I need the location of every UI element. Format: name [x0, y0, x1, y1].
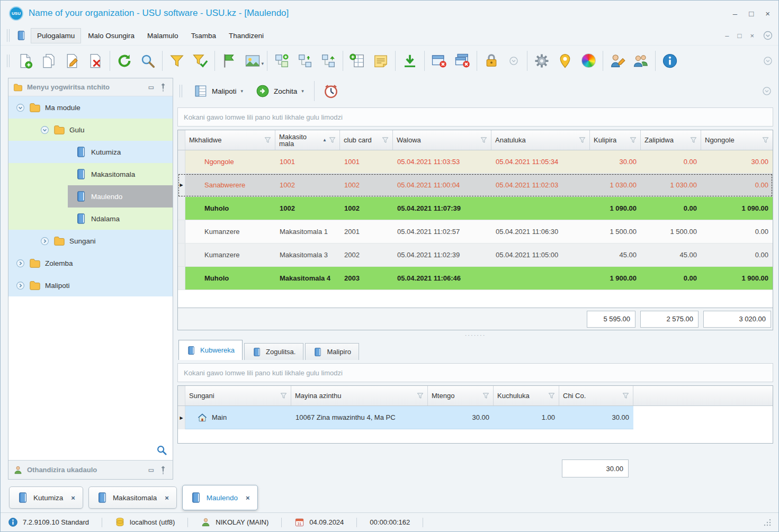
support-panel-header[interactable]: Othandizira ukadaulo ▭ — [8, 460, 173, 479]
expand-groups-button[interactable] — [270, 49, 293, 73]
toolbar-grip[interactable] — [7, 55, 10, 67]
tree-search-icon[interactable] — [156, 444, 167, 456]
menu-pulogalamu[interactable]: Pulogalamu — [31, 28, 81, 43]
tree-item-kutumiza[interactable]: Kutumiza — [8, 141, 173, 163]
menu-malamulo[interactable]: Malamulo — [141, 29, 184, 43]
filter-icon[interactable] — [762, 137, 769, 143]
add-row-button[interactable] — [346, 49, 369, 73]
column-header-chi-co[interactable]: Chi Co. — [559, 386, 633, 405]
resize-grip[interactable] — [764, 519, 771, 526]
column-header-anatuluka[interactable]: Anatuluka — [491, 130, 590, 150]
expand-node-icon[interactable] — [16, 281, 25, 290]
toolbar-group-overflow-icon[interactable] — [508, 56, 519, 66]
filter-icon[interactable] — [622, 392, 629, 399]
collapse-node-icon[interactable] — [40, 125, 49, 134]
flag-button[interactable] — [218, 49, 241, 73]
maximize-button[interactable]: □ — [749, 10, 754, 17]
filter-icon[interactable] — [690, 137, 697, 143]
copy-record-button[interactable] — [37, 49, 60, 73]
colors-button[interactable] — [577, 49, 600, 73]
doc-tab-kutumiza[interactable]: Kutumiza × — [9, 486, 83, 509]
close-all-windows-button[interactable] — [451, 49, 474, 73]
report-toolbar-grip[interactable] — [180, 85, 182, 97]
menubar-overflow-icon[interactable] — [763, 30, 773, 41]
float-panel-icon[interactable]: ▭ — [148, 466, 154, 474]
doc-tab-makasitomala[interactable]: Makasitomala × — [88, 486, 177, 509]
tree-item-sungani[interactable]: Sungani — [8, 230, 173, 252]
filter-icon[interactable] — [630, 137, 637, 143]
pin-icon[interactable] — [158, 83, 168, 92]
menu-malo-osungira[interactable]: Malo Osungira — [82, 29, 140, 43]
detail-tab-malipiro[interactable]: Malipiro — [305, 343, 359, 360]
column-header-kuchuluka[interactable]: Kuchuluka — [494, 386, 559, 405]
close-tab-icon[interactable]: × — [246, 494, 250, 502]
filter-apply-button[interactable] — [189, 49, 212, 73]
mdi-close-icon[interactable]: × — [750, 32, 754, 40]
info-button[interactable] — [658, 49, 682, 73]
menubar-grip[interactable] — [7, 29, 10, 42]
users-button[interactable] — [629, 49, 652, 73]
collapse-all-button[interactable] — [317, 49, 340, 73]
float-panel-icon[interactable]: ▭ — [148, 84, 154, 91]
collapse-branch-button[interactable] — [293, 49, 317, 73]
column-header-mkhalidwe[interactable]: Mkhalidwe — [185, 130, 275, 150]
tree-item-makasitomala[interactable]: Makasitomala — [8, 163, 173, 185]
settings-button[interactable] — [530, 49, 553, 73]
close-tab-icon[interactable]: × — [71, 494, 75, 502]
location-button[interactable] — [553, 49, 577, 73]
report-toolbar-overflow-icon[interactable] — [762, 86, 772, 96]
program-book-icon[interactable] — [15, 29, 28, 42]
column-header-makasitomala[interactable]: Makasito mala▲ — [275, 130, 340, 150]
filter-icon[interactable] — [280, 392, 287, 399]
edit-record-button[interactable] — [60, 49, 84, 73]
edit-user-button[interactable] — [606, 49, 629, 73]
column-header-walowa[interactable]: Walowa — [393, 130, 491, 150]
tree-item-zolemba[interactable]: Zolemba — [8, 252, 173, 274]
menu-thandizeni[interactable]: Thandizeni — [223, 29, 270, 43]
detail-table-row[interactable]: ▶ Main 10067 Zina mwazinthu 4, Ma PC 30.… — [178, 406, 773, 429]
filter-icon[interactable] — [482, 392, 489, 399]
detail-tab-kubwereka[interactable]: Kubwereka — [178, 340, 243, 360]
horizontal-splitter[interactable]: ······· — [177, 330, 773, 340]
note-button[interactable] — [369, 49, 392, 73]
tree-item-maulendo[interactable]: Maulendo — [8, 185, 173, 208]
minimize-button[interactable]: – — [733, 10, 737, 17]
mdi-minimize-icon[interactable]: – — [725, 32, 729, 40]
column-header-zalipidwa[interactable]: Zalipidwa — [641, 130, 701, 150]
reports-button[interactable]: Malipoti ▾ — [189, 81, 248, 101]
tree-item-gulu[interactable]: Gulu — [8, 119, 173, 141]
tree-item-ndalama[interactable]: Ndalama — [8, 208, 173, 230]
filter-icon[interactable] — [480, 137, 487, 143]
image-button[interactable]: ▾ — [241, 49, 264, 73]
column-header-kulipira[interactable]: Kulipira — [590, 130, 641, 150]
filter-icon[interactable] — [548, 392, 555, 399]
filter-icon[interactable] — [579, 137, 586, 143]
close-button[interactable]: × — [765, 10, 770, 17]
column-header-mtengo[interactable]: Mtengo — [428, 386, 494, 405]
mdi-restore-icon[interactable]: □ — [738, 32, 742, 40]
timer-button[interactable] — [319, 79, 343, 103]
table-row[interactable]: Muholo 1002 1002 05.04.2021 11:07:39 1 0… — [178, 197, 773, 220]
close-window-button[interactable] — [427, 49, 451, 73]
detail-tab-zogulitsa[interactable]: Zogulitsa. — [244, 343, 303, 360]
tree-item-ma-module[interactable]: Ma module — [8, 96, 173, 119]
menu-tsamba[interactable]: Tsamba — [185, 29, 222, 43]
toolbar-overflow-icon[interactable] — [763, 56, 773, 66]
collapse-node-icon[interactable] — [16, 103, 25, 112]
delete-record-button[interactable] — [84, 49, 107, 73]
new-record-button[interactable] — [14, 49, 37, 73]
doc-tab-maulendo[interactable]: Maulendo × — [182, 485, 258, 510]
lock-button[interactable] — [480, 49, 503, 73]
column-header-sungani[interactable]: Sungani — [185, 386, 291, 405]
table-row[interactable]: Ngongole 1001 1001 05.04.2021 11:03:53 0… — [178, 150, 773, 174]
filter-button[interactable] — [165, 49, 189, 73]
actions-button[interactable]: Zochita ▾ — [250, 81, 309, 101]
filter-icon[interactable] — [382, 137, 389, 143]
table-row[interactable]: Muholo Makasitomala 4 2003 05.04.2021 11… — [178, 267, 773, 290]
titlebar[interactable]: USU Name of your organization - USU soft… — [1, 1, 778, 26]
table-row[interactable]: Kumanzere Makasitomala 3 2002 05.04.2021… — [178, 244, 773, 267]
filter-icon[interactable] — [329, 137, 336, 143]
table-row[interactable]: Kumanzere Makasitomala 1 2001 05.04.2021… — [178, 220, 773, 244]
search-button[interactable] — [136, 49, 159, 73]
column-header-mayina-azinthu[interactable]: Mayina azinthu — [291, 386, 428, 405]
